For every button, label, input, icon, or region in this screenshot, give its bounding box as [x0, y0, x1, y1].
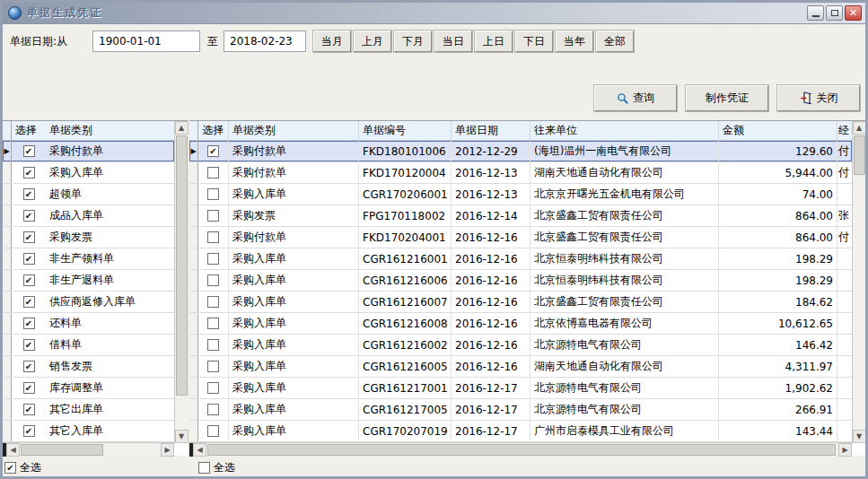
row-checkbox[interactable]: ✔ — [23, 167, 35, 179]
table-row[interactable]: 采购入库单 CGR161217001 2016-12-17 北京源特电气有限公司… — [189, 378, 852, 399]
table-row[interactable]: 采购入库单 CGR161216006 2016-12-16 北京恒泰明纬科技有限… — [189, 270, 852, 292]
left-table-vscroll[interactable]: ▲ ▼ — [174, 121, 188, 443]
row-checkbox[interactable] — [207, 339, 219, 351]
close-form-button[interactable]: 关闭 — [777, 85, 860, 111]
table-row[interactable]: 采购入库单 CGR161216001 2016-12-16 北京恒泰明纬科技有限… — [189, 248, 852, 270]
right-table-vscroll[interactable]: ▲ ▼ — [852, 121, 865, 443]
right-table-hscroll[interactable]: ◀ ▶ — [189, 442, 852, 456]
table-row[interactable]: ✔ 其它入库单 — [3, 421, 174, 442]
scroll-up-icon[interactable]: ▲ — [175, 121, 189, 135]
operator-cell-clipped — [837, 356, 852, 377]
table-row[interactable]: 采购付款单 FKD170204001 2016-12-16 北京盛鑫工贸有限责任… — [189, 227, 852, 248]
table-row[interactable]: ✔ 供应商返修入库单 — [3, 292, 174, 313]
row-selector — [189, 335, 198, 355]
row-checkbox[interactable] — [207, 188, 219, 200]
left-select-all[interactable]: ✔ 全选 — [4, 460, 41, 475]
table-row[interactable]: 采购入库单 CGR161216005 2016-12-16 湖南天地通自动化有限… — [189, 356, 852, 378]
row-checkbox[interactable] — [207, 296, 219, 308]
quick-date-button-7[interactable]: 全部 — [596, 30, 634, 52]
hscroll-thumb[interactable] — [207, 444, 836, 456]
table-row[interactable]: 采购付款单 FKD170120004 2016-12-13 湖南天地通自动化有限… — [189, 162, 852, 184]
table-row[interactable]: 采购入库单 CGR161216007 2016-12-16 北京盛鑫工贸有限责任… — [189, 292, 852, 313]
table-row[interactable]: ✔ 采购发票 — [3, 227, 174, 248]
quick-date-button-0[interactable]: 当月 — [313, 30, 351, 52]
table-row[interactable]: ✔ 超领单 — [3, 184, 174, 205]
row-checkbox[interactable] — [207, 361, 219, 372]
table-row[interactable]: ✔ 采购入库单 — [3, 162, 174, 184]
row-checkbox[interactable]: ✔ — [23, 274, 35, 286]
row-checkbox[interactable]: ✔ — [207, 145, 219, 157]
scroll-left-icon[interactable]: ◀ — [193, 443, 206, 457]
row-checkbox[interactable] — [207, 318, 219, 329]
table-row[interactable]: ✔ 成品入库单 — [3, 205, 174, 227]
table-row[interactable]: ✔ 库存调整单 — [3, 378, 174, 399]
table-row[interactable]: ✔ 其它出库单 — [3, 399, 174, 421]
row-checkbox[interactable] — [207, 253, 219, 265]
amount-cell: 864.00 — [718, 227, 837, 248]
close-button[interactable]: ✕ — [845, 5, 862, 21]
table-row[interactable]: 采购入库单 CGR161217005 2016-12-17 北京源特电气有限公司… — [189, 399, 852, 421]
quick-date-button-4[interactable]: 上日 — [475, 30, 513, 52]
row-checkbox[interactable] — [207, 274, 219, 286]
row-checkbox[interactable] — [207, 231, 219, 243]
row-checkbox[interactable]: ✔ — [23, 296, 35, 308]
quick-date-button-5[interactable]: 下日 — [515, 30, 553, 52]
table-row[interactable]: 采购入库单 CGR161216008 2016-12-16 北京依博嘉电器有限公… — [189, 313, 852, 335]
table-row[interactable]: ▶ ✔ 采购付款单 — [3, 141, 174, 162]
row-checkbox[interactable]: ✔ — [23, 188, 35, 200]
vscroll-thumb[interactable] — [854, 135, 865, 175]
scroll-down-icon[interactable]: ▼ — [175, 430, 189, 443]
scroll-left-icon[interactable]: ◀ — [6, 443, 20, 457]
row-checkbox[interactable] — [207, 404, 219, 415]
table-row[interactable]: 采购入库单 CGR170206001 2016-12-13 北京京开曙光五金机电… — [189, 184, 852, 205]
quick-date-button-2[interactable]: 下月 — [394, 30, 432, 52]
row-checkbox[interactable] — [207, 210, 219, 222]
row-checkbox[interactable]: ✔ — [23, 382, 35, 394]
header-doc-type: 单据类别 — [46, 121, 174, 140]
date-from-input[interactable] — [92, 30, 200, 52]
quick-date-button-6[interactable]: 当年 — [556, 30, 593, 52]
quick-date-button-3[interactable]: 当日 — [434, 30, 472, 52]
row-checkbox[interactable]: ✔ — [23, 425, 35, 437]
select-all-checkbox[interactable] — [198, 462, 210, 474]
row-checkbox[interactable] — [207, 382, 219, 394]
table-row[interactable]: 采购入库单 CGR170207019 2016-12-17 广州市启泰模具工业有… — [189, 421, 852, 442]
left-table-hscroll[interactable]: ◀ ▶ — [3, 442, 174, 456]
row-checkbox[interactable]: ✔ — [23, 339, 35, 351]
minimize-button[interactable] — [807, 5, 824, 21]
row-checkbox[interactable]: ✔ — [23, 145, 35, 157]
scroll-down-icon[interactable]: ▼ — [853, 430, 866, 443]
amount-cell: 5,944.00 — [718, 162, 837, 183]
quick-date-button-1[interactable]: 上月 — [354, 30, 391, 52]
row-checkbox[interactable]: ✔ — [23, 210, 35, 222]
query-button[interactable]: 查询 — [594, 85, 677, 111]
table-row[interactable]: ✔ 销售发票 — [3, 356, 174, 378]
table-row[interactable]: ✔ 非生产退料单 — [3, 270, 174, 292]
vscroll-thumb[interactable] — [176, 135, 188, 396]
doc-type-cell: 采购入库单 — [228, 184, 358, 205]
row-checkbox[interactable]: ✔ — [23, 253, 35, 265]
table-row[interactable]: ✔ 借料单 — [3, 335, 174, 356]
doc-type-cell: 借料单 — [46, 335, 174, 355]
row-checkbox[interactable] — [207, 425, 219, 437]
table-row[interactable]: 采购发票 FPG170118002 2016-12-14 北京盛鑫工贸有限责任公… — [189, 205, 852, 227]
row-checkbox[interactable]: ✔ — [23, 318, 35, 329]
row-checkbox[interactable]: ✔ — [23, 404, 35, 415]
scroll-right-icon[interactable]: ▶ — [161, 443, 174, 457]
table-row[interactable]: ▶ ✔ 采购付款单 FKD180101006 2012-12-29 (海坦)温州… — [189, 141, 852, 162]
scroll-up-icon[interactable]: ▲ — [853, 121, 866, 135]
row-checkbox[interactable]: ✔ — [23, 231, 35, 243]
row-checkbox[interactable] — [207, 167, 219, 179]
table-row[interactable]: ✔ 还料单 — [3, 313, 174, 335]
doc-type-cell: 其它入库单 — [46, 421, 174, 441]
date-to-input[interactable] — [224, 30, 306, 52]
select-all-checkbox[interactable]: ✔ — [4, 462, 16, 474]
make-voucher-button[interactable]: 制作凭证 — [686, 85, 768, 111]
hscroll-thumb[interactable] — [21, 444, 103, 456]
maximize-button[interactable] — [826, 5, 843, 21]
scroll-right-icon[interactable]: ▶ — [838, 443, 852, 457]
table-row[interactable]: 采购入库单 CGR161216002 2016-12-16 北京源特电气有限公司… — [189, 335, 852, 356]
table-row[interactable]: ✔ 非生产领料单 — [3, 248, 174, 270]
row-checkbox[interactable]: ✔ — [23, 361, 35, 372]
right-select-all[interactable]: 全选 — [198, 460, 235, 475]
